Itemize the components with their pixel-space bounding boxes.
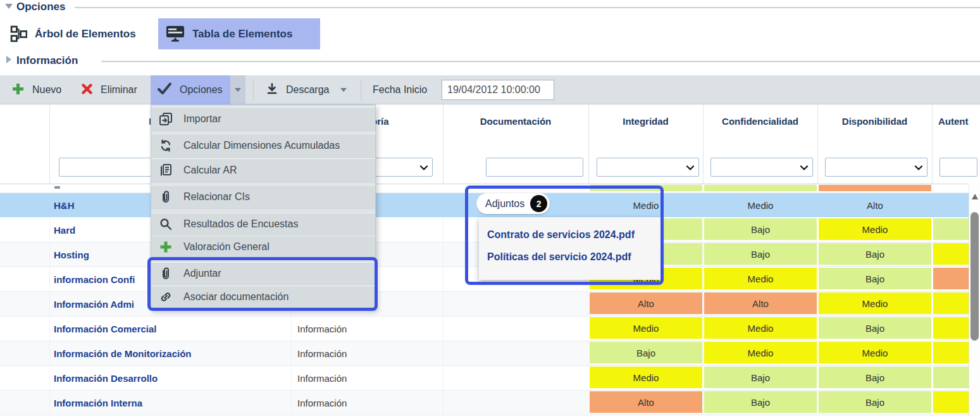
- table-row-partial[interactable]: [0, 185, 969, 193]
- element-name-link[interactable]: Información Admi: [54, 292, 134, 316]
- level-cell-disponibilidad: Bajo: [819, 268, 931, 289]
- column-divider: [443, 366, 443, 390]
- level-cell-autenticidad: [933, 317, 969, 339]
- category-cell: Información: [297, 317, 347, 341]
- element-name-link[interactable]: H&H: [54, 193, 75, 217]
- column-divider: [291, 317, 292, 341]
- column-divider: [49, 267, 50, 291]
- column-divider: [49, 218, 50, 242]
- attachment-count-badge: 2: [530, 195, 547, 212]
- link-icon: [158, 289, 174, 305]
- level-cell-confidencialidad: Medio: [704, 193, 817, 217]
- element-name-link[interactable]: Información Desarrollo: [54, 366, 158, 390]
- level-cell-confidencialidad: Medio: [704, 268, 817, 289]
- menu-item-valoracion-general[interactable]: Valoración General: [151, 236, 375, 258]
- vertical-scrollbar[interactable]: [969, 185, 980, 416]
- attachment-link-2[interactable]: Políticas del servicio 2024.pdf: [487, 246, 661, 268]
- menu-item-label: Calcular AR: [183, 165, 237, 176]
- table-row[interactable]: Información de MonitorizaciónInformación…: [0, 341, 969, 366]
- element-name-link[interactable]: Hosting: [54, 243, 89, 267]
- column-divider: [291, 366, 292, 390]
- adjuntos-label: Adjuntos: [485, 198, 524, 210]
- column-divider: [443, 391, 443, 415]
- menu-item-label: Asociar documentación: [183, 291, 288, 303]
- level-cell-autenticidad: [933, 193, 969, 217]
- menu-item-importar[interactable]: Importar: [151, 107, 375, 131]
- adjuntos-button[interactable]: Adjuntos 2: [476, 193, 550, 214]
- table-row[interactable]: Información ComercialInformaciónMedioMed…: [0, 317, 969, 341]
- level-cell-integridad: Medio: [590, 193, 702, 217]
- attachment-link-1[interactable]: Contrato de servicios 2024.pdf: [487, 224, 661, 246]
- level-cell-disponibilidad: Medio: [819, 218, 931, 240]
- menu-item-label: Relacionar CIs: [183, 191, 250, 203]
- column-divider: [291, 391, 292, 415]
- category-cell: Información: [297, 341, 347, 365]
- menu-item-asociar-documentacion[interactable]: Asociar documentación: [151, 286, 375, 308]
- menu-item-label: Resultados de Encuestas: [183, 218, 298, 230]
- opciones-dropdown-menu: ImportarCalcular Dimensiones AcumuladasC…: [151, 104, 376, 310]
- level-cell-autenticidad: [933, 342, 969, 363]
- level-cell-autenticidad: [933, 293, 969, 314]
- paperclip-icon: [158, 265, 174, 282]
- column-divider: [443, 317, 443, 341]
- attachments-dropdown: Contrato de servicios 2024.pdf Políticas…: [479, 217, 661, 280]
- level-cell-autenticidad: [933, 391, 969, 413]
- column-divider: [49, 341, 50, 365]
- column-divider: [49, 292, 50, 316]
- column-divider: [49, 317, 50, 341]
- menu-item-label: Importar: [183, 113, 221, 125]
- menu-item-calcular-dimensiones-acumuladas[interactable]: Calcular Dimensiones Acumuladas: [151, 134, 375, 158]
- scrollbar-thumb[interactable]: [971, 212, 979, 341]
- column-divider: [443, 218, 443, 242]
- menu-item-label: Calcular Dimensiones Acumuladas: [183, 140, 340, 151]
- level-cell-integridad: [590, 185, 702, 191]
- column-divider: [443, 341, 443, 365]
- category-cell: Información: [297, 391, 347, 415]
- clipped-text-mark: [54, 186, 60, 189]
- menu-item-relacionar-cis[interactable]: Relacionar CIs: [151, 185, 375, 209]
- element-name-link[interactable]: informacion Confi: [54, 267, 135, 291]
- level-cell-confidencialidad: [704, 185, 817, 191]
- level-cell-disponibilidad: Bajo: [819, 317, 931, 339]
- scroll-up-icon[interactable]: [972, 194, 978, 199]
- app-screen: Opciones Árbol de Elementos Tabla de Ele…: [0, 0, 980, 416]
- level-cell-disponibilidad: Alto: [819, 193, 931, 217]
- paperclip-icon: [158, 189, 174, 205]
- level-cell-disponibilidad: [819, 185, 931, 191]
- element-name-link[interactable]: Información Interna: [54, 391, 142, 415]
- plus-icon: [158, 239, 174, 255]
- refresh-icon: [158, 137, 174, 154]
- menu-item-resultados-de-encuestas[interactable]: Resultados de Encuestas: [151, 213, 375, 236]
- level-cell-integridad: Medio: [590, 367, 702, 388]
- level-cell-disponibilidad: Bajo: [819, 391, 931, 413]
- level-cell-confidencialidad: Alto: [704, 293, 817, 314]
- level-cell-disponibilidad: Bajo: [819, 243, 931, 265]
- menu-item-adjuntar[interactable]: Adjuntar: [151, 262, 375, 285]
- table-row[interactable]: Información AdmiAltoAltoMedio: [0, 292, 969, 317]
- level-cell-integridad: Alto: [590, 391, 702, 413]
- level-cell-autenticidad: [933, 243, 969, 265]
- column-divider: [49, 391, 50, 415]
- level-cell-autenticidad: [933, 218, 969, 240]
- search-icon: [158, 216, 174, 232]
- level-cell-disponibilidad: Medio: [819, 293, 931, 314]
- element-name-link[interactable]: Información Comercial: [54, 317, 157, 341]
- level-cell-confidencialidad: Medio: [704, 342, 817, 363]
- document-icon: [158, 162, 174, 179]
- level-cell-autenticidad: [933, 367, 969, 388]
- element-name-link[interactable]: Hard: [54, 218, 75, 242]
- column-divider: [291, 341, 292, 365]
- table-row[interactable]: Información InternaInformaciónAltoBajoBa…: [0, 391, 969, 415]
- category-cell: Información: [297, 366, 347, 390]
- table-row[interactable]: Información DesarrolloInformaciónMedioBa…: [0, 366, 969, 391]
- level-cell-confidencialidad: Bajo: [704, 391, 817, 413]
- column-divider: [443, 292, 443, 316]
- level-cell-autenticidad: [933, 185, 969, 191]
- menu-item-calcular-ar[interactable]: Calcular AR: [151, 158, 375, 182]
- element-name-link[interactable]: Información de Monitorización: [54, 341, 192, 365]
- level-cell-autenticidad: [933, 268, 969, 289]
- level-cell-integridad: Bajo: [590, 342, 702, 363]
- level-cell-integridad: Medio: [590, 317, 702, 339]
- menu-item-label: Adjuntar: [183, 268, 221, 279]
- level-cell-disponibilidad: Bajo: [819, 367, 931, 388]
